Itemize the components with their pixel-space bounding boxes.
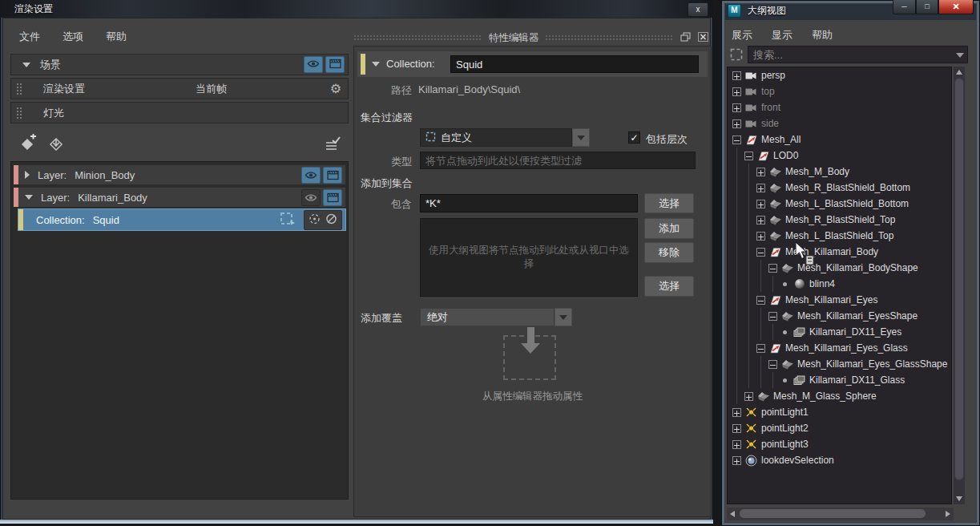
tree-item-pointLight3[interactable]: pointLight3	[728, 436, 951, 452]
dashed-circle-icon[interactable]	[308, 212, 321, 228]
override-dropdown-arrow[interactable]	[555, 308, 572, 326]
filter-type-dropdown[interactable]: 自定义	[420, 128, 572, 147]
render-setup-menu-item-0[interactable]: 文件	[19, 30, 40, 44]
override-dropdown[interactable]: 绝对	[420, 308, 555, 326]
tree-item-lookdevSelection[interactable]: lookdevSelection	[728, 452, 951, 468]
tree-item-LOD0[interactable]: LOD0	[728, 148, 951, 164]
tree-item-Mesh_Killamari_Eyes_Glass[interactable]: Mesh_Killamari_Eyes_Glass	[728, 340, 951, 356]
select-top-button[interactable]: 选择	[644, 193, 694, 213]
close-icon[interactable]: x	[688, 2, 708, 17]
tree-item-Mesh_R_BlastShield_Bottom[interactable]: Mesh_R_BlastShield_Bottom	[728, 180, 951, 196]
nodes-drop-area[interactable]: 使用大纲视图将节点拖动到此处或从视口中选择	[420, 218, 638, 297]
render-setup-titlebar[interactable]: 渲染设置 x	[0, 0, 713, 18]
include-pattern-input[interactable]	[420, 194, 638, 212]
renderable-toggle[interactable]	[325, 56, 345, 73]
outliner-menu-item-0[interactable]: 展示	[732, 28, 752, 42]
chevron-down-icon[interactable]	[22, 63, 30, 67]
scroll-up-icon[interactable]	[956, 70, 962, 75]
import-layer-icon[interactable]	[47, 134, 67, 156]
tree-item-Mesh_L_BlastShield_Top[interactable]: Mesh_L_BlastShield_Top	[728, 228, 951, 244]
collapse-icon[interactable]	[732, 136, 741, 144]
scroll-left-icon[interactable]	[730, 511, 735, 517]
tree-item-Mesh_Killamari_Eyes[interactable]: Mesh_Killamari_Eyes	[728, 292, 951, 308]
tree-item-Mesh_Killamari_EyesShape[interactable]: Mesh_Killamari_EyesShape	[728, 308, 951, 324]
lights-row[interactable]: 灯光	[10, 102, 349, 123]
render-settings-row[interactable]: 渲染设置 当前帧 ⚙	[10, 78, 349, 99]
add-button[interactable]: 添加	[644, 218, 694, 239]
gear-icon[interactable]: ⚙	[330, 81, 341, 96]
property-editor-titlebar[interactable]: 特性编辑器	[353, 30, 712, 46]
minimize-icon[interactable]: ─	[893, 0, 916, 14]
tree-item-pointLight1[interactable]: pointLight1	[728, 404, 951, 420]
collapse-icon[interactable]	[768, 312, 777, 321]
tree-item-Mesh_L_BlastShield_Bottom[interactable]: Mesh_L_BlastShield_Bottom	[728, 196, 951, 212]
checklist-icon[interactable]	[323, 134, 342, 156]
include-hierarchy-checkbox[interactable]: ✓	[628, 132, 640, 144]
scroll-right-icon[interactable]	[946, 511, 950, 517]
expand-icon[interactable]	[756, 200, 765, 208]
collection-row[interactable]: Collection:Squid	[18, 208, 346, 231]
eye-icon[interactable]	[301, 167, 321, 184]
tree-item-Killamari_DX11_Glass[interactable]: Killamari_DX11_Glass	[728, 372, 951, 388]
collapse-icon[interactable]	[756, 248, 765, 257]
close-icon[interactable]: ✕	[938, 0, 974, 14]
layer-row[interactable]: Layer:Killamari_Body	[13, 187, 346, 208]
create-layer-icon[interactable]	[18, 134, 38, 156]
expand-icon[interactable]	[756, 216, 765, 225]
collapse-icon[interactable]	[768, 264, 777, 273]
collection-name-input[interactable]	[450, 55, 699, 73]
tree-item-side[interactable]: side	[728, 115, 951, 132]
tree-item-front[interactable]: front	[728, 99, 951, 115]
float-pane-icon[interactable]	[680, 32, 692, 44]
tree-item-persp[interactable]: persp	[728, 67, 951, 83]
collapse-icon[interactable]	[744, 152, 753, 160]
drag-grip-icon[interactable]	[16, 83, 22, 95]
select-bottom-button[interactable]: 选择	[644, 276, 694, 297]
tree-item-blinn4[interactable]: blinn4	[728, 276, 951, 292]
tree-item-top[interactable]: top	[728, 83, 951, 99]
expand-icon[interactable]	[732, 119, 741, 128]
clapperboard-icon[interactable]	[323, 189, 342, 206]
visibility-toggle[interactable]	[304, 56, 323, 73]
expand-icon[interactable]	[732, 408, 741, 417]
tree-item-Mesh_All[interactable]: Mesh_All	[728, 132, 951, 148]
close-icon[interactable]	[698, 32, 708, 44]
expand-icon[interactable]	[732, 424, 741, 433]
vertical-scrollbar[interactable]	[954, 67, 965, 504]
expand-icon[interactable]	[732, 456, 741, 465]
tree-item-Mesh_Killamari_Body[interactable]: Mesh_Killamari_Body	[728, 244, 951, 260]
render-setup-menu-item-2[interactable]: 帮助	[106, 30, 127, 44]
outliner-menu-item-1[interactable]: 显示	[772, 28, 792, 42]
attribute-drop-zone[interactable]	[503, 335, 556, 380]
expand-icon[interactable]	[732, 71, 741, 80]
render-setup-menu-item-1[interactable]: 选项	[63, 30, 83, 44]
vertical-scroll-thumb[interactable]	[954, 78, 964, 480]
remove-button[interactable]: 移除	[644, 242, 694, 263]
chevron-down-icon[interactable]	[25, 195, 33, 200]
expand-icon[interactable]	[732, 103, 741, 112]
type-filter-input[interactable]	[420, 152, 696, 169]
tree-item-Mesh_R_BlastShield_Top[interactable]: Mesh_R_BlastShield_Top	[728, 212, 951, 228]
clapperboard-icon[interactable]	[323, 167, 342, 184]
tree-item-pointLight2[interactable]: pointLight2	[728, 420, 951, 436]
tree-item-Mesh_Killamari_BodyShape[interactable]: Mesh_Killamari_BodyShape	[728, 260, 951, 276]
tree-item-Killamari_DX11_Eyes[interactable]: Killamari_DX11_Eyes	[728, 324, 951, 340]
expand-icon[interactable]	[732, 87, 741, 96]
expand-icon[interactable]	[744, 392, 753, 401]
expand-icon[interactable]	[756, 232, 765, 241]
collapse-icon[interactable]	[768, 360, 777, 369]
eye-icon[interactable]	[301, 189, 321, 206]
select-filter-icon[interactable]	[729, 47, 744, 64]
expand-icon[interactable]	[732, 440, 741, 449]
collapse-icon[interactable]	[756, 296, 765, 305]
outliner-menu-item-2[interactable]: 帮助	[812, 28, 833, 42]
expand-icon[interactable]	[756, 184, 765, 192]
chevron-right-icon[interactable]	[25, 171, 30, 179]
drag-grip-icon[interactable]	[16, 107, 22, 119]
tree-item-Mesh_Killamari_Eyes_GlassShape[interactable]: Mesh_Killamari_Eyes_GlassShape	[728, 356, 951, 372]
filter-dropdown-arrow[interactable]	[572, 128, 590, 147]
collapse-icon[interactable]	[756, 344, 765, 353]
search-input[interactable]	[748, 46, 968, 63]
tree-item-Mesh_M_Glass_Sphere[interactable]: Mesh_M_Glass_Sphere	[728, 388, 951, 404]
drag-grip-icon[interactable]	[545, 34, 674, 41]
